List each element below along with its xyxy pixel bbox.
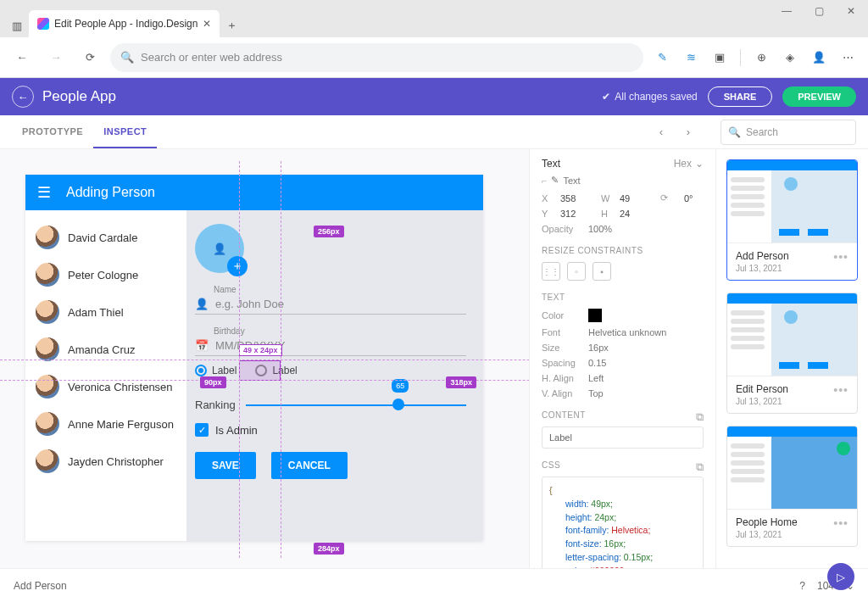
tab-prototype[interactable]: PROTOTYPE [12, 115, 93, 148]
device-app-bar: ☰ Adding Person [25, 175, 483, 210]
size-value: 16px [588, 343, 609, 353]
save-button[interactable]: SAVE [195, 452, 256, 479]
screen-name: Edit Person [736, 383, 788, 395]
tab-manager-icon[interactable]: ▥ [5, 14, 29, 37]
preview-button[interactable]: PREVIEW [782, 86, 856, 107]
hamburger-icon[interactable]: ☰ [37, 183, 51, 202]
screen-card[interactable]: CURRENT SCREEN Add PersonJul 13, 2021 ••… [726, 159, 858, 281]
collections-icon[interactable]: ⊕ [749, 46, 773, 70]
add-photo-button[interactable]: ＋ [227, 256, 248, 276]
ranking-slider[interactable]: 65 [246, 404, 466, 406]
save-status: ✔ All changes saved [602, 91, 697, 103]
color-swatch[interactable] [588, 309, 602, 322]
radio-option-1[interactable] [195, 365, 207, 376]
screen-search-input[interactable]: 🔍 Search [721, 120, 856, 145]
close-tab-icon[interactable]: ✕ [203, 18, 211, 30]
content-value-field[interactable]: Label [542, 426, 704, 449]
list-item[interactable]: David Cardale [25, 219, 186, 256]
measure-top: 256px [314, 226, 344, 237]
radio-label-1: Label [212, 365, 236, 376]
name-input[interactable]: 👤 e.g. John Doe [195, 294, 466, 315]
resize-constraints: ⋮⋮ ▫ ▪ [542, 262, 704, 281]
help-icon[interactable]: ? [799, 580, 805, 592]
app-title: People App [42, 88, 116, 105]
footer-bar: Add Person ? 104% ⌄ [0, 568, 868, 602]
person-name: Veronica Christensen [68, 381, 173, 393]
profile-avatar-icon[interactable]: 👤 [807, 46, 831, 70]
birthday-label: Birthday [214, 326, 466, 336]
edit-icon: ✎ [551, 175, 559, 186]
play-button[interactable]: ▷ [827, 563, 854, 590]
people-list: David Cardale Peter Cologne Adam Thiel A… [25, 210, 186, 541]
screen-menu-icon[interactable]: ••• [833, 250, 849, 264]
avatar [36, 337, 59, 361]
slider-thumb[interactable] [392, 399, 404, 410]
window-close[interactable]: ✕ [843, 5, 860, 17]
app-back-button[interactable]: ← [12, 86, 34, 108]
ext-shield-icon[interactable]: ◈ [778, 46, 802, 70]
css-code-block[interactable]: { width: 49px; height: 24px; font-family… [542, 477, 704, 568]
screen-menu-icon[interactable]: ••• [833, 516, 849, 530]
constraint-center-icon[interactable]: ▫ [567, 262, 586, 281]
screen-menu-icon[interactable]: ••• [833, 383, 849, 397]
list-item[interactable]: Amanda Cruz [25, 331, 186, 368]
copy-content-icon[interactable]: ⧉ [696, 410, 704, 424]
admin-checkbox[interactable]: ✓ [195, 423, 209, 437]
chevron-down-icon[interactable]: ⌄ [695, 158, 704, 170]
copy-css-icon[interactable]: ⧉ [696, 460, 704, 474]
more-menu-icon[interactable]: ⋯ [836, 46, 860, 70]
avatar [36, 300, 59, 324]
ext-box-icon[interactable]: ▣ [708, 46, 732, 70]
address-placeholder: Search or enter web address [141, 51, 282, 64]
section-resize: RESIZE CONSTRAINTS [542, 246, 704, 255]
list-item[interactable]: Jayden Christopher [25, 443, 186, 480]
birthday-input[interactable]: 📅 MM/DD/YYYY [195, 336, 466, 356]
screen-name: People Home [736, 516, 798, 528]
measure-bottom: 284px [314, 543, 344, 555]
person-name: Peter Cologne [68, 269, 138, 281]
element-type: Text [542, 158, 560, 170]
nav-refresh-button[interactable]: ⟳ [76, 44, 103, 71]
person-name: Jayden Christopher [68, 455, 164, 468]
radio-group: Label Label [195, 365, 466, 376]
address-bar[interactable]: 🔍 Search or enter web address [110, 43, 643, 72]
profile-picture[interactable]: 👤 ＋ [195, 224, 244, 273]
tab-inspect[interactable]: INSPECT [93, 115, 157, 148]
next-screen-button[interactable]: › [676, 120, 700, 144]
indigo-favicon [37, 18, 49, 30]
window-maximize[interactable]: ▢ [810, 5, 827, 17]
screen-thumbnail [727, 293, 857, 376]
window-minimize[interactable]: — [778, 5, 795, 17]
screens-panel: CURRENT SCREEN Add PersonJul 13, 2021 ••… [715, 149, 868, 568]
valign-value: Top [588, 388, 604, 399]
prev-screen-button[interactable]: ‹ [649, 120, 673, 144]
list-item[interactable]: Adam Thiel [25, 293, 186, 331]
selection-size-badge: 49 x 24px [239, 344, 282, 356]
share-button[interactable]: SHARE [708, 86, 773, 107]
device-title: Adding Person [66, 185, 155, 200]
person-name: Adam Thiel [68, 306, 124, 319]
breadcrumb-root-icon: ⌐ [542, 176, 547, 186]
search-icon: 🔍 [728, 126, 741, 138]
app-header: ← People App ✔ All changes saved SHARE P… [0, 78, 868, 115]
ext-feather-icon[interactable]: ✎ [650, 46, 674, 70]
nav-back-button[interactable]: ← [8, 44, 36, 71]
name-placeholder: e.g. John Doe [215, 298, 284, 310]
color-format-label[interactable]: Hex [674, 158, 692, 170]
cancel-button[interactable]: CANCEL [271, 452, 348, 479]
canvas-area[interactable]: ☰ Adding Person David Cardale Peter Colo… [0, 149, 529, 568]
list-item[interactable]: Peter Cologne [25, 256, 186, 293]
measure-left: 90px [200, 376, 226, 388]
avatar [36, 263, 59, 287]
new-tab-button[interactable]: ＋ [220, 14, 243, 37]
list-item[interactable]: Veronica Christensen [25, 368, 186, 405]
ext-flow-icon[interactable]: ≋ [679, 46, 703, 70]
avatar [36, 449, 59, 473]
window-controls: — ▢ ✕ [778, 5, 860, 17]
constraint-none-icon[interactable]: ⋮⋮ [542, 262, 560, 281]
list-item[interactable]: Anne Marie Ferguson [25, 405, 186, 443]
constraint-pin-icon[interactable]: ▪ [593, 262, 611, 281]
screen-card[interactable]: People HomeJul 13, 2021 ••• [726, 426, 858, 547]
screen-card[interactable]: Edit PersonJul 13, 2021 ••• [726, 293, 858, 414]
browser-tab[interactable]: Edit People App - Indigo.Design ✕ [29, 10, 220, 37]
